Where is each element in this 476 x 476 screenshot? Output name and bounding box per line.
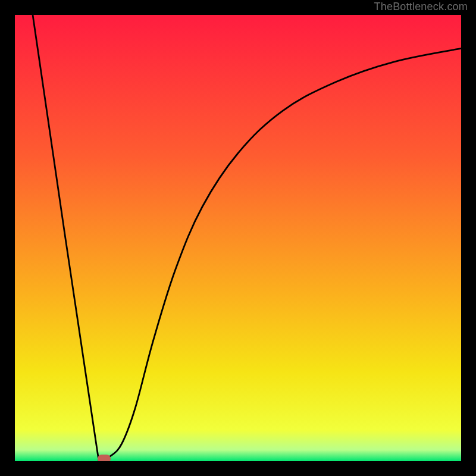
- plot-area: [15, 15, 461, 461]
- bottleneck-curve: [15, 15, 461, 461]
- optimal-marker: [98, 455, 111, 461]
